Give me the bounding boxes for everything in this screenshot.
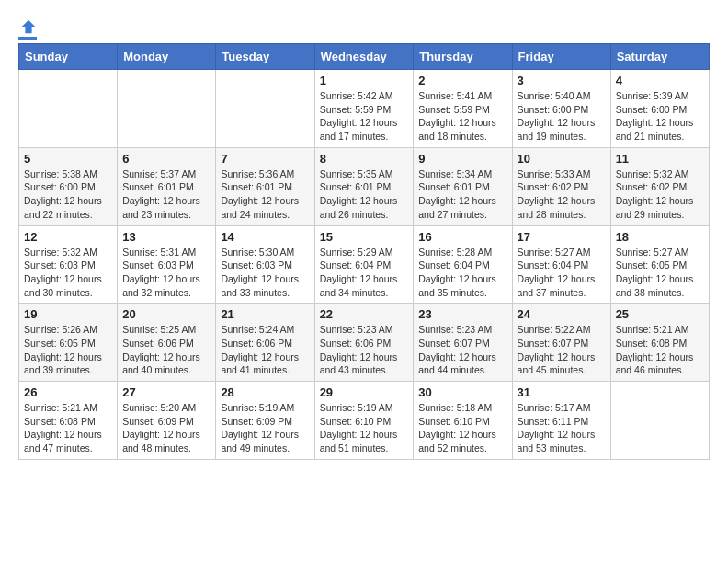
day-info: Sunrise: 5:26 AM Sunset: 6:05 PM Dayligh…: [24, 323, 112, 377]
calendar-cell: 2Sunrise: 5:41 AM Sunset: 5:59 PM Daylig…: [414, 70, 512, 148]
calendar-cell: 14Sunrise: 5:30 AM Sunset: 6:03 PM Dayli…: [216, 225, 314, 304]
day-number: 8: [320, 152, 409, 166]
calendar-cell: 23Sunrise: 5:23 AM Sunset: 6:07 PM Dayli…: [414, 304, 512, 382]
calendar-cell: 8Sunrise: 5:35 AM Sunset: 6:01 PM Daylig…: [314, 147, 414, 225]
day-info: Sunrise: 5:35 AM Sunset: 6:01 PM Dayligh…: [320, 167, 409, 222]
day-number: 20: [122, 307, 210, 321]
day-number: 16: [418, 230, 506, 244]
calendar-cell: [216, 70, 314, 148]
calendar-cell: 21Sunrise: 5:24 AM Sunset: 6:06 PM Dayli…: [216, 304, 314, 382]
day-number: 7: [221, 152, 309, 166]
calendar-cell: [118, 70, 216, 148]
day-info: Sunrise: 5:29 AM Sunset: 6:04 PM Dayligh…: [320, 246, 409, 300]
calendar-week-3: 12Sunrise: 5:32 AM Sunset: 6:03 PM Dayli…: [19, 225, 710, 304]
day-number: 11: [616, 152, 704, 166]
day-info: Sunrise: 5:19 AM Sunset: 6:10 PM Dayligh…: [320, 401, 409, 455]
calendar-cell: 16Sunrise: 5:28 AM Sunset: 6:04 PM Dayli…: [414, 225, 512, 304]
header-thursday: Thursday: [414, 44, 512, 70]
header-wednesday: Wednesday: [314, 44, 414, 70]
day-info: Sunrise: 5:31 AM Sunset: 6:03 PM Dayligh…: [122, 246, 210, 300]
day-info: Sunrise: 5:23 AM Sunset: 6:06 PM Dayligh…: [320, 323, 409, 377]
day-info: Sunrise: 5:32 AM Sunset: 6:02 PM Dayligh…: [616, 167, 704, 222]
day-info: Sunrise: 5:32 AM Sunset: 6:03 PM Dayligh…: [24, 246, 112, 300]
day-info: Sunrise: 5:24 AM Sunset: 6:06 PM Dayligh…: [221, 323, 309, 377]
day-number: 22: [320, 307, 409, 321]
day-number: 19: [24, 307, 112, 321]
svg-marker-0: [22, 20, 35, 33]
calendar-header-row: SundayMondayTuesdayWednesdayThursdayFrid…: [19, 44, 710, 70]
calendar-cell: 25Sunrise: 5:21 AM Sunset: 6:08 PM Dayli…: [610, 304, 709, 382]
calendar-cell: [610, 382, 709, 460]
calendar-cell: 11Sunrise: 5:32 AM Sunset: 6:02 PM Dayli…: [610, 147, 709, 225]
day-info: Sunrise: 5:36 AM Sunset: 6:01 PM Dayligh…: [221, 167, 309, 222]
day-info: Sunrise: 5:28 AM Sunset: 6:04 PM Dayligh…: [418, 246, 506, 300]
calendar-cell: 6Sunrise: 5:37 AM Sunset: 6:01 PM Daylig…: [118, 147, 216, 225]
calendar-cell: 5Sunrise: 5:38 AM Sunset: 6:00 PM Daylig…: [19, 147, 118, 225]
day-number: 26: [24, 385, 112, 399]
day-number: 18: [616, 230, 704, 244]
day-info: Sunrise: 5:21 AM Sunset: 6:08 PM Dayligh…: [616, 323, 704, 377]
day-number: 2: [418, 74, 506, 87]
day-number: 31: [518, 385, 606, 399]
day-info: Sunrise: 5:33 AM Sunset: 6:02 PM Dayligh…: [518, 167, 606, 222]
day-number: 23: [418, 307, 506, 321]
calendar-cell: [19, 70, 118, 148]
day-info: Sunrise: 5:41 AM Sunset: 5:59 PM Dayligh…: [418, 89, 506, 144]
day-number: 30: [418, 385, 506, 399]
day-info: Sunrise: 5:30 AM Sunset: 6:03 PM Dayligh…: [221, 246, 309, 300]
calendar-cell: 1Sunrise: 5:42 AM Sunset: 5:59 PM Daylig…: [314, 70, 414, 148]
day-info: Sunrise: 5:37 AM Sunset: 6:01 PM Dayligh…: [122, 167, 210, 222]
calendar-week-2: 5Sunrise: 5:38 AM Sunset: 6:00 PM Daylig…: [19, 147, 710, 225]
logo: [18, 18, 37, 40]
calendar-cell: 31Sunrise: 5:17 AM Sunset: 6:11 PM Dayli…: [512, 382, 610, 460]
day-number: 3: [518, 74, 606, 87]
day-info: Sunrise: 5:38 AM Sunset: 6:00 PM Dayligh…: [24, 167, 112, 222]
day-info: Sunrise: 5:27 AM Sunset: 6:04 PM Dayligh…: [518, 246, 606, 300]
calendar-cell: 18Sunrise: 5:27 AM Sunset: 6:05 PM Dayli…: [610, 225, 709, 304]
day-number: 28: [221, 385, 309, 399]
calendar-cell: 19Sunrise: 5:26 AM Sunset: 6:05 PM Dayli…: [19, 304, 118, 382]
calendar-table: SundayMondayTuesdayWednesdayThursdayFrid…: [18, 43, 710, 460]
calendar-cell: 7Sunrise: 5:36 AM Sunset: 6:01 PM Daylig…: [216, 147, 314, 225]
logo-underline: [18, 37, 37, 40]
calendar-cell: 10Sunrise: 5:33 AM Sunset: 6:02 PM Dayli…: [512, 147, 610, 225]
header-tuesday: Tuesday: [216, 44, 314, 70]
calendar-cell: 20Sunrise: 5:25 AM Sunset: 6:06 PM Dayli…: [118, 304, 216, 382]
day-number: 21: [221, 307, 309, 321]
day-info: Sunrise: 5:42 AM Sunset: 5:59 PM Dayligh…: [320, 89, 409, 144]
day-number: 27: [122, 385, 210, 399]
day-number: 10: [518, 152, 606, 166]
header-friday: Friday: [512, 44, 610, 70]
day-number: 13: [122, 230, 210, 244]
calendar-cell: 29Sunrise: 5:19 AM Sunset: 6:10 PM Dayli…: [314, 382, 414, 460]
day-number: 15: [320, 230, 409, 244]
day-info: Sunrise: 5:20 AM Sunset: 6:09 PM Dayligh…: [122, 401, 210, 455]
day-info: Sunrise: 5:23 AM Sunset: 6:07 PM Dayligh…: [418, 323, 506, 377]
day-info: Sunrise: 5:40 AM Sunset: 6:00 PM Dayligh…: [518, 89, 606, 144]
day-info: Sunrise: 5:25 AM Sunset: 6:06 PM Dayligh…: [122, 323, 210, 377]
calendar-cell: 3Sunrise: 5:40 AM Sunset: 6:00 PM Daylig…: [512, 70, 610, 148]
day-number: 1: [320, 74, 409, 87]
day-number: 6: [122, 152, 210, 166]
calendar-cell: 30Sunrise: 5:18 AM Sunset: 6:10 PM Dayli…: [414, 382, 512, 460]
day-number: 4: [616, 74, 704, 87]
calendar-cell: 17Sunrise: 5:27 AM Sunset: 6:04 PM Dayli…: [512, 225, 610, 304]
calendar-week-1: 1Sunrise: 5:42 AM Sunset: 5:59 PM Daylig…: [19, 70, 710, 148]
calendar-cell: 22Sunrise: 5:23 AM Sunset: 6:06 PM Dayli…: [314, 304, 414, 382]
day-info: Sunrise: 5:17 AM Sunset: 6:11 PM Dayligh…: [518, 401, 606, 455]
day-info: Sunrise: 5:27 AM Sunset: 6:05 PM Dayligh…: [616, 246, 704, 300]
day-info: Sunrise: 5:34 AM Sunset: 6:01 PM Dayligh…: [418, 167, 506, 222]
day-number: 14: [221, 230, 309, 244]
day-info: Sunrise: 5:18 AM Sunset: 6:10 PM Dayligh…: [418, 401, 506, 455]
calendar-week-5: 26Sunrise: 5:21 AM Sunset: 6:08 PM Dayli…: [19, 382, 710, 460]
day-number: 25: [616, 307, 704, 321]
day-info: Sunrise: 5:21 AM Sunset: 6:08 PM Dayligh…: [24, 401, 112, 455]
calendar-cell: 26Sunrise: 5:21 AM Sunset: 6:08 PM Dayli…: [19, 382, 118, 460]
day-number: 24: [518, 307, 606, 321]
calendar-cell: 28Sunrise: 5:19 AM Sunset: 6:09 PM Dayli…: [216, 382, 314, 460]
calendar-cell: 9Sunrise: 5:34 AM Sunset: 6:01 PM Daylig…: [414, 147, 512, 225]
day-number: 29: [320, 385, 409, 399]
header-sunday: Sunday: [19, 44, 118, 70]
day-number: 9: [418, 152, 506, 166]
header-saturday: Saturday: [610, 44, 709, 70]
